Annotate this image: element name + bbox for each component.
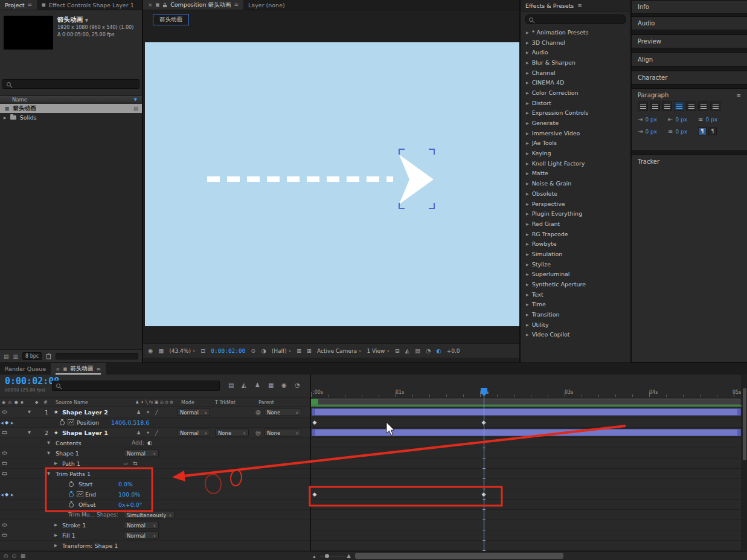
chevron-right-icon[interactable]: ▶ (526, 272, 529, 276)
audio-panel[interactable]: Audio (632, 16, 747, 30)
effects-category[interactable]: ▶ Stylize (521, 259, 630, 269)
chevron-right-icon[interactable]: ▶ (526, 323, 529, 327)
trkmat-select[interactable]: None∨ (215, 429, 249, 437)
group-row-path-1[interactable]: ▶ Path 1 ▱ ⇆ (0, 459, 310, 469)
draft-3d-icon[interactable]: ◭ (242, 382, 246, 388)
chevron-right-icon[interactable]: ▶ (526, 282, 529, 286)
justify-last-left-button[interactable] (674, 101, 684, 111)
chevron-right-icon[interactable]: ▶ (526, 30, 529, 34)
effects-category[interactable]: ▶ 3D Channel (521, 37, 630, 48)
effects-category[interactable]: ▶ Time (521, 300, 630, 310)
chevron-right-icon[interactable]: ▶ (526, 332, 529, 336)
trim-multiple-shapes-select[interactable]: Simultaneously∨ (124, 511, 175, 519)
group-row-trim-paths-1[interactable]: ▼ Trim Paths 1 (0, 469, 310, 479)
exposure-value[interactable]: +0.0 (447, 348, 460, 354)
ltr-direction-button[interactable]: ¶ (698, 127, 707, 135)
parent-select[interactable]: None∨ (264, 429, 301, 437)
chevron-right-icon[interactable]: ▶ (526, 181, 529, 185)
current-time-indicator[interactable] (481, 388, 487, 551)
eye-toggle[interactable] (2, 462, 7, 465)
blend-mode-select[interactable]: Normal∨ (124, 532, 159, 539)
chevron-right-icon[interactable]: ▶ (526, 80, 529, 85)
zoom-in-mountain-icon[interactable]: ▲ (347, 553, 351, 559)
group-name[interactable]: Trim Paths 1 (56, 471, 91, 477)
tab-composition[interactable]: × ■ Composition 箭头动画 ≡ (143, 0, 243, 10)
chevron-right-icon[interactable]: ▶ (526, 302, 529, 306)
chevron-right-icon[interactable]: ▶ (526, 151, 529, 155)
vertical-scrollbar[interactable] (742, 375, 747, 551)
chevron-right-icon[interactable]: ▶ (526, 141, 529, 145)
effects-category[interactable]: ▶ Red Giant (521, 219, 630, 229)
scrollbar-thumb[interactable] (743, 388, 746, 460)
effects-category[interactable]: ▶ * Animation Presets (521, 27, 630, 37)
space-before-field[interactable]: ⇥0 px (638, 128, 657, 135)
parent-pickwhip-icon[interactable]: @ (255, 430, 261, 436)
add-keyframe-icon[interactable]: ◆ (5, 492, 8, 497)
group-row-transform-shape-1[interactable]: ▶ Transform: Shape 1 (0, 541, 310, 551)
horizontal-scrollbar-thumb[interactable] (355, 553, 563, 559)
parent-pickwhip-icon[interactable]: @ (255, 409, 261, 415)
chevron-right-icon[interactable]: ▶ (526, 262, 529, 266)
snapshot-icon[interactable]: ⊙ (251, 347, 255, 354)
grid-options-icon[interactable]: ▦ (158, 347, 164, 354)
blend-mode-select[interactable]: Normal∨ (124, 521, 159, 529)
align-left-button[interactable] (638, 101, 648, 111)
graph-editor-set-icon[interactable] (68, 419, 74, 425)
effects-category[interactable]: ▶ Synthetic Aperture (521, 279, 630, 289)
group-name[interactable]: Stroke 1 (62, 522, 86, 529)
list-view-icon[interactable]: ▤ (4, 353, 9, 359)
close-icon[interactable]: × (56, 366, 60, 372)
eye-toggle[interactable] (2, 411, 7, 414)
effects-category[interactable]: ▶ CINEMA 4D (521, 77, 630, 88)
indent-right-field[interactable]: ⇤0 px (668, 116, 687, 123)
transparency-grid-icon[interactable]: ⊞ (307, 347, 312, 354)
property-row-trim-multiple-shapes[interactable]: Trim Mu... Shapes: Simultaneously∨ (0, 510, 310, 520)
zoom-out-mountain-icon[interactable]: ▲ (313, 554, 316, 558)
group-row-contents[interactable]: ▼ Contents Add: ◐ (0, 438, 310, 448)
effects-category[interactable]: ▶ Rowbyte (521, 239, 630, 249)
property-name[interactable]: Position (77, 419, 99, 426)
effects-category[interactable]: ▶ Channel (521, 68, 630, 78)
close-icon[interactable]: × (148, 2, 153, 8)
group-name[interactable]: Contents (56, 440, 82, 446)
eye-toggle[interactable] (2, 431, 7, 434)
next-keyframe-icon[interactable]: ▶ (11, 420, 14, 425)
group-row-shape-1[interactable]: ▼ Shape 1 Normal∨ (0, 448, 310, 459)
chevron-right-icon[interactable]: ▶ (526, 60, 529, 65)
chevron-right-icon[interactable]: ▶ (526, 312, 529, 317)
safe-margins-icon[interactable]: ⊡ (200, 347, 205, 354)
layer-row-shape-layer-2[interactable]: ▼ 1 ★ Shape Layer 2 ♟ ✦ ╱ Normal∨ @ None… (0, 407, 310, 417)
tracker-panel[interactable]: Tracker (632, 155, 747, 362)
align-right-button[interactable] (662, 101, 672, 111)
chevron-right-icon[interactable]: ▶ (526, 211, 529, 216)
position-value[interactable]: 1406.0,518.6 (111, 419, 149, 426)
effects-category[interactable]: ▶ Superluminal (521, 269, 630, 280)
effects-category[interactable]: ▶ Expression Controls (521, 108, 630, 118)
justify-last-center-button[interactable] (686, 101, 696, 111)
group-name[interactable]: Shape 1 (56, 450, 79, 457)
info-panel[interactable]: Info (632, 0, 747, 14)
motion-blur-icon[interactable]: ◉ (281, 382, 287, 388)
exposure-icon[interactable]: ◐ (436, 347, 441, 354)
character-panel[interactable]: Character (632, 71, 747, 85)
twirl-right-icon[interactable]: ▶ (54, 461, 57, 466)
icon-view-icon[interactable]: ▥ (13, 353, 19, 359)
preview-panel[interactable]: Preview (632, 34, 747, 48)
start-value[interactable]: 0.0% (118, 481, 133, 488)
layer-duration-bar[interactable] (312, 408, 741, 416)
eye-toggle[interactable] (2, 472, 7, 475)
effects-category[interactable]: ▶ Plugin Everything (521, 208, 630, 219)
twirl-down-icon[interactable]: ▼ (47, 440, 50, 445)
chevron-right-icon[interactable]: ▶ (526, 242, 529, 246)
mask-shape-icon[interactable]: ▱ (124, 460, 128, 466)
effects-category[interactable]: ▶ Transition (521, 309, 630, 320)
bit-depth-button[interactable]: 8 bpc (22, 352, 42, 360)
project-item-solids[interactable]: ▶ Solids (0, 113, 142, 122)
prev-keyframe-icon[interactable]: ◀ (1, 492, 4, 497)
toggle-panes-icon[interactable]: ▦ (21, 553, 26, 559)
expand-in-point-icon[interactable]: ◴ (4, 553, 8, 559)
chevron-right-icon[interactable]: ▶ (526, 191, 529, 196)
graph-editor-set-icon[interactable] (77, 491, 83, 497)
show-channels-icon[interactable]: ◑ (261, 347, 266, 354)
group-row-fill-1[interactable]: ▶ Fill 1 Normal∨ (0, 530, 310, 541)
